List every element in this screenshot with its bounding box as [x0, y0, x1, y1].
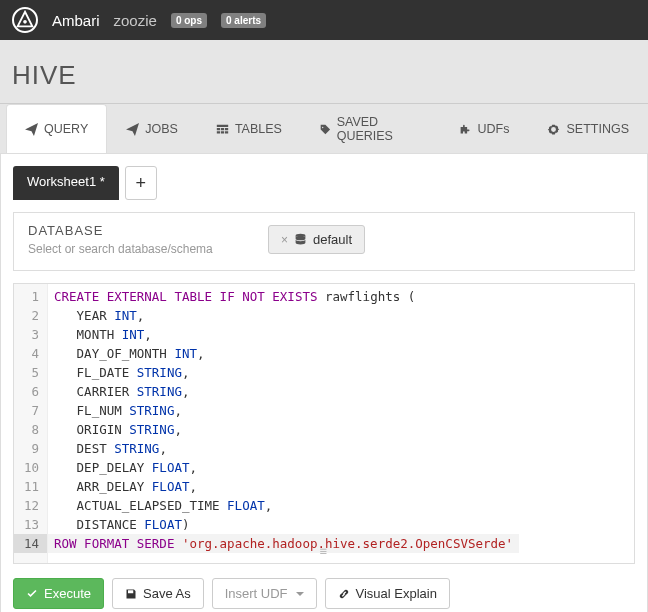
- content-pane: Worksheet1 * + DATABASE Select or search…: [0, 154, 648, 612]
- worksheet-tab-active[interactable]: Worksheet1 *: [13, 166, 119, 200]
- tab-label: JOBS: [145, 122, 178, 136]
- button-label: Insert UDF: [225, 586, 288, 601]
- tab-saved-queries[interactable]: SAVED QUERIES: [301, 104, 440, 153]
- button-label: Visual Explain: [356, 586, 437, 601]
- view-title: HIVE: [12, 60, 636, 91]
- tab-query[interactable]: QUERY: [6, 104, 107, 153]
- save-as-button[interactable]: Save As: [112, 578, 204, 609]
- svg-point-1: [296, 234, 306, 237]
- button-label: Save As: [143, 586, 191, 601]
- button-label: Execute: [44, 586, 91, 601]
- action-bar: Execute Save As Insert UDF Visual Explai…: [13, 578, 635, 609]
- table-icon: [216, 123, 229, 136]
- paper-plane-icon: [25, 123, 38, 136]
- link-icon: [338, 588, 350, 600]
- tag-icon: [320, 123, 331, 136]
- tab-label: SAVED QUERIES: [337, 115, 421, 143]
- brand-label[interactable]: Ambari: [52, 12, 100, 29]
- query-editor[interactable]: 1234567891011121314 CREATE EXTERNAL TABL…: [13, 283, 635, 564]
- main-tabs: QUERY JOBS TABLES SAVED QUERIES UDFs SET…: [0, 104, 648, 154]
- database-subtitle[interactable]: Select or search database/schema: [28, 242, 238, 256]
- editor-code[interactable]: CREATE EXTERNAL TABLE IF NOT EXISTS rawf…: [48, 284, 519, 563]
- view-header: HIVE: [0, 40, 648, 104]
- tab-label: UDFs: [478, 122, 510, 136]
- alerts-badge[interactable]: 0 alerts: [221, 13, 266, 28]
- worksheet-tabs: Worksheet1 * +: [13, 166, 635, 200]
- caret-down-icon: [296, 592, 304, 596]
- close-icon[interactable]: ×: [281, 233, 288, 247]
- paper-plane-icon: [126, 123, 139, 136]
- ops-badge[interactable]: 0 ops: [171, 13, 207, 28]
- cluster-name[interactable]: zoozie: [114, 12, 157, 29]
- tab-udfs[interactable]: UDFs: [440, 104, 529, 153]
- tab-label: QUERY: [44, 122, 88, 136]
- insert-udf-dropdown[interactable]: Insert UDF: [212, 578, 317, 609]
- gear-icon: [547, 123, 560, 136]
- add-worksheet-button[interactable]: +: [125, 166, 157, 200]
- tab-label: SETTINGS: [566, 122, 629, 136]
- database-selected-pill[interactable]: × default: [268, 225, 365, 254]
- save-icon: [125, 588, 137, 600]
- tab-settings[interactable]: SETTINGS: [528, 104, 648, 153]
- execute-button[interactable]: Execute: [13, 578, 104, 609]
- svg-point-0: [23, 20, 27, 24]
- tab-label: TABLES: [235, 122, 282, 136]
- editor-gutter: 1234567891011121314: [14, 284, 48, 563]
- database-title: DATABASE: [28, 223, 238, 238]
- visual-explain-button[interactable]: Visual Explain: [325, 578, 450, 609]
- tab-jobs[interactable]: JOBS: [107, 104, 197, 153]
- puzzle-icon: [459, 123, 472, 136]
- tab-tables[interactable]: TABLES: [197, 104, 301, 153]
- top-navbar: Ambari zoozie 0 ops 0 alerts: [0, 0, 648, 40]
- database-selected-label: default: [313, 232, 352, 247]
- ambari-logo[interactable]: [12, 7, 38, 33]
- database-panel: DATABASE Select or search database/schem…: [13, 212, 635, 271]
- resize-handle[interactable]: ≡: [319, 542, 328, 561]
- check-icon: [26, 588, 38, 600]
- database-icon: [294, 233, 307, 246]
